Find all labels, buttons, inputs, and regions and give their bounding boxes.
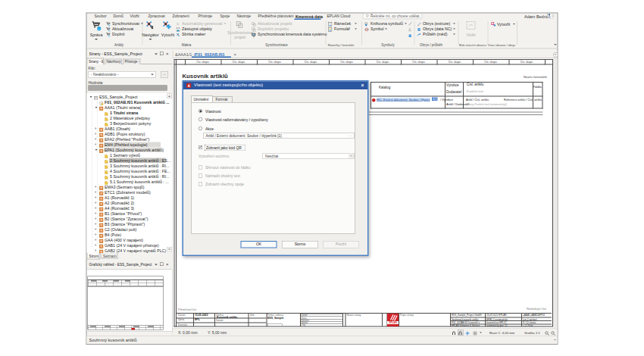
svg-text:EPLAN: EPLAN (389, 321, 396, 324)
